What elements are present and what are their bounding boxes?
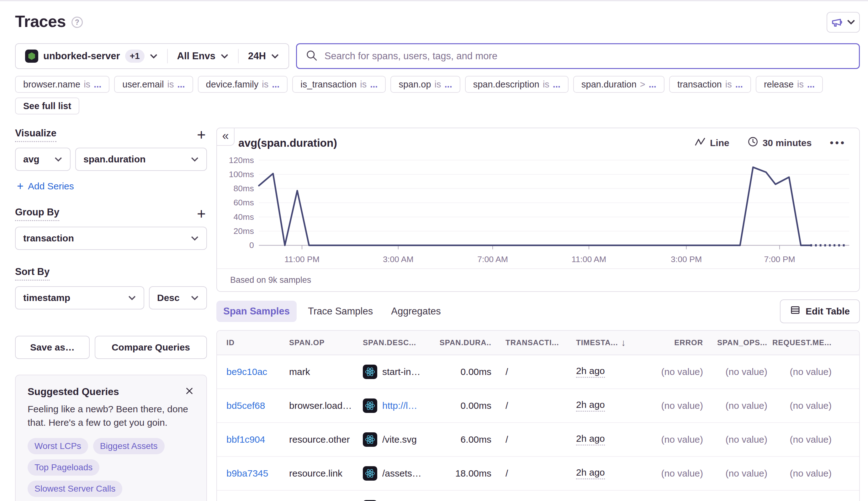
chart-type-control[interactable]: Line	[695, 137, 729, 149]
time-range-selector[interactable]: 24H	[238, 49, 288, 63]
suggested-query-pill[interactable]: Slowest Server Calls	[28, 481, 122, 497]
column-header-span_duration[interactable]: SPAN.DURA..	[441, 338, 491, 347]
transaction-value: /	[506, 401, 508, 411]
project-selector[interactable]: unborked-server +1	[16, 49, 167, 63]
suggested-query-pill[interactable]: Top Pageloads	[28, 459, 99, 476]
table-body: be9c10acmarkstart-in…0.00ms/2h ago(no va…	[217, 355, 859, 501]
timestamp-value: 2h ago	[576, 365, 605, 378]
environment-selector[interactable]: All Envs	[167, 49, 238, 63]
chevron-down-icon	[150, 53, 158, 59]
column-header-span_op[interactable]: SPAN.OP	[289, 338, 363, 347]
suggested-query-pill[interactable]: Biggest Assets	[93, 438, 165, 454]
tab-trace-samples[interactable]: Trace Samples	[301, 301, 380, 322]
suggested-queries-title: Suggested Queries	[28, 386, 119, 397]
chevron-down-icon	[271, 53, 279, 59]
span_ops-value: (no value)	[726, 434, 768, 445]
request_method-value: (no value)	[790, 366, 832, 377]
column-header-span_ops[interactable]: SPAN_OPS...	[703, 338, 768, 347]
error-value: (no value)	[661, 434, 703, 445]
svg-text:120ms: 120ms	[229, 156, 254, 165]
table-row: b994a827browser.cachehttp://l…1.00ms/2h …	[217, 491, 859, 501]
svg-text:7:00 AM: 7:00 AM	[477, 255, 508, 264]
tab-aggregates[interactable]: Aggregates	[384, 301, 448, 322]
line-chart: 120ms100ms80ms60ms40ms20ms011:00 PM3:00 …	[217, 150, 859, 268]
svg-text:80ms: 80ms	[234, 184, 254, 193]
help-icon[interactable]: ?	[72, 17, 83, 28]
transaction-value: /	[506, 366, 508, 377]
add-series-button[interactable]: + Add Series	[17, 180, 207, 193]
interval-control[interactable]: 30 minutes	[748, 136, 812, 149]
environment-value: All Envs	[177, 51, 215, 62]
filter-chip-span.op[interactable]: span.opis...	[390, 76, 460, 93]
column-header-error[interactable]: ERROR	[642, 338, 703, 347]
timestamp-value: 2h ago	[576, 433, 605, 446]
table-row: bd5cef68browser.load…http://l…0.00ms/2h …	[217, 389, 859, 423]
save-as-button[interactable]: Save as…	[15, 336, 90, 359]
span_ops-value: (no value)	[726, 401, 768, 411]
sort-direction-select[interactable]: Desc	[149, 286, 207, 309]
error-value: (no value)	[661, 468, 703, 479]
chevron-down-icon	[54, 156, 62, 162]
collapse-sidebar-button[interactable]: «	[216, 128, 235, 146]
see-full-list-chip[interactable]: See full list	[15, 97, 80, 115]
aggregate-select[interactable]: avg	[15, 148, 71, 171]
table-row: b9ba7345resource.link/assets…18.00ms/2h …	[217, 457, 859, 491]
column-header-span_description[interactable]: SPAN.DESC...	[363, 338, 441, 347]
sort-desc-icon: ↓	[621, 337, 626, 348]
group-by-select[interactable]: transaction	[15, 227, 207, 250]
field-select[interactable]: span.duration	[75, 148, 207, 171]
error-value: (no value)	[661, 401, 703, 411]
filter-chips-row: browser.nameis...user.emailis...device.f…	[15, 76, 860, 115]
feedback-button[interactable]	[827, 12, 860, 33]
chart-svg: 120ms100ms80ms60ms40ms20ms011:00 PM3:00 …	[220, 152, 856, 266]
compare-queries-button[interactable]: Compare Queries	[95, 336, 207, 359]
page-title: Traces	[15, 12, 66, 31]
chart-menu-icon[interactable]: •••	[830, 137, 846, 149]
react-logo-icon	[363, 432, 377, 447]
search-bar[interactable]	[296, 43, 860, 69]
suggested-query-pill[interactable]: Worst LCPs	[28, 438, 88, 454]
project-more-count: +1	[125, 50, 145, 63]
span-id-link[interactable]: bbf1c904	[226, 434, 265, 445]
span-id-link[interactable]: bd5cef68	[226, 401, 265, 411]
chevron-down-icon	[128, 295, 136, 301]
tab-span-samples[interactable]: Span Samples	[216, 301, 297, 322]
sort-field-select[interactable]: timestamp	[15, 286, 144, 309]
search-icon	[306, 50, 318, 63]
span-id-link[interactable]: b9ba7345	[226, 468, 268, 479]
sort-by-heading: Sort By	[15, 266, 50, 280]
svg-text:11:00 PM: 11:00 PM	[284, 255, 319, 264]
table-header-row: IDSPAN.OPSPAN.DESC...SPAN.DURA..TRANSACT…	[217, 331, 859, 355]
span_op-value: resource.other	[289, 434, 350, 445]
filter-chip-span.duration[interactable]: span.duration>...	[573, 76, 665, 93]
results-tabs: Span SamplesTrace SamplesAggregates	[216, 301, 448, 322]
span-description: /vite.svg	[382, 434, 417, 445]
edit-table-button[interactable]: Edit Table	[780, 299, 860, 323]
span-id-link[interactable]: be9c10ac	[226, 366, 267, 377]
filter-chip-transaction[interactable]: transactionis...	[669, 76, 751, 93]
span_op-value: resource.link	[289, 468, 342, 479]
close-icon[interactable]	[184, 386, 194, 397]
search-input[interactable]	[324, 50, 850, 62]
column-header-id[interactable]: ID	[226, 338, 289, 347]
filter-chip-release[interactable]: releaseis...	[756, 76, 823, 93]
react-logo-icon	[363, 466, 377, 481]
filter-chip-device.family[interactable]: device.familyis...	[198, 76, 288, 93]
column-header-request_method[interactable]: REQUEST.ME...	[768, 338, 832, 347]
error-value: (no value)	[661, 366, 703, 377]
add-group-by-icon[interactable]: +	[197, 208, 207, 220]
request_method-value: (no value)	[790, 468, 832, 479]
span_op-value: browser.load…	[289, 401, 352, 411]
chevron-down-icon	[191, 156, 199, 162]
column-header-timestamp[interactable]: TIMESTA...↓	[563, 337, 642, 348]
filter-chip-is_transaction[interactable]: is_transactionis...	[292, 76, 386, 93]
column-header-transaction[interactable]: TRANSACTI...	[491, 338, 563, 347]
visualize-heading: Visualize	[15, 128, 56, 142]
filter-chip-browser.name[interactable]: browser.nameis...	[15, 76, 109, 93]
span-description-link[interactable]: http://l…	[382, 401, 417, 411]
filter-chip-user.email[interactable]: user.emailis...	[114, 76, 193, 93]
filter-chip-span.description[interactable]: span.descriptionis...	[465, 76, 569, 93]
add-visualize-icon[interactable]: +	[197, 129, 207, 141]
span-samples-table: IDSPAN.OPSPAN.DESC...SPAN.DURA..TRANSACT…	[216, 330, 860, 501]
clock-icon	[748, 136, 758, 149]
